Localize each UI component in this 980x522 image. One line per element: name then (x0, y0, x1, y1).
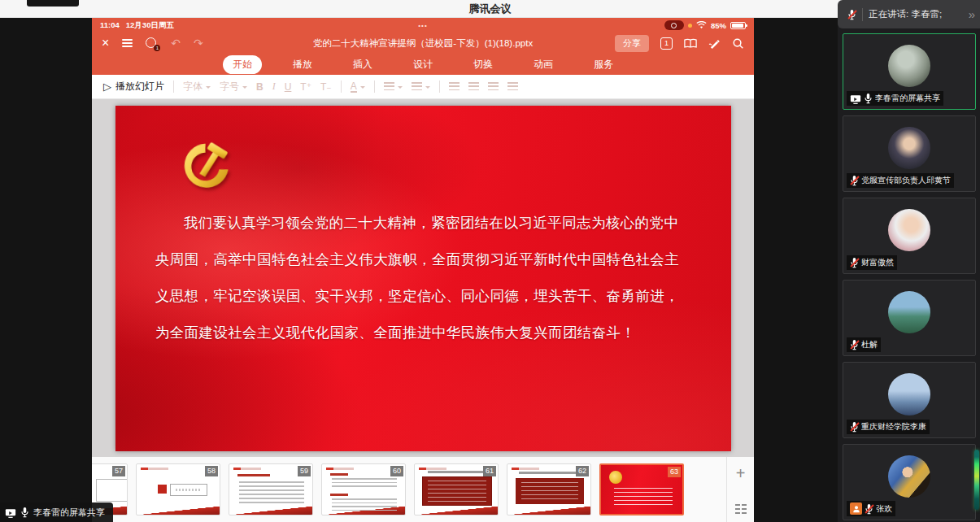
slide-thumbnail[interactable]: 58 (136, 463, 220, 515)
sync-icon[interactable]: 1 (146, 37, 158, 50)
pen-icon[interactable] (708, 37, 721, 50)
mic-icon (864, 93, 873, 104)
mic-icon (850, 421, 859, 433)
slide-body-text: 我们要认真学习领会党的二十大精神，紧密团结在以习近平同志为核心的党中央周围，高举… (155, 205, 691, 352)
slide-thumbnail[interactable]: 59 (229, 463, 313, 515)
document-filename: 党的二十大精神宣讲提纲（进校园-下发）(1)(18).pptx (256, 37, 590, 50)
share-button[interactable]: 分享 (615, 35, 649, 52)
avatar (888, 373, 930, 415)
avatar (888, 127, 930, 169)
play-slideshow-button[interactable]: ▷ 播放幻灯片 (103, 80, 164, 94)
add-slide-button[interactable]: + (736, 465, 746, 481)
participant-label: 财富傲然 (847, 255, 897, 270)
slide-thumbnail[interactable]: 60 (321, 463, 406, 515)
participant-tile[interactable]: 杜解 (843, 280, 976, 356)
slide-number-badge: 62 (576, 466, 589, 476)
screen-share-banner-label: 李春雷的屏幕共享 (33, 507, 105, 519)
italic-button[interactable]: I (272, 80, 276, 93)
background-window-edge (27, 0, 79, 7)
mic-icon (865, 503, 873, 515)
ribbon-tab[interactable]: 开始 (223, 55, 262, 74)
redo-icon[interactable]: ↷ (194, 37, 203, 50)
ribbon-tabs: 开始播放插入设计切换动画服务 (92, 54, 754, 75)
current-slide[interactable]: 我们要认真学习领会党的二十大精神，紧密团结在以习近平同志为核心的党中央周围，高举… (115, 106, 731, 451)
align-right-icon[interactable] (488, 82, 499, 91)
slide-number-badge: 61 (483, 466, 496, 476)
filmstrip-side-panel: + (726, 457, 754, 522)
mic-muted-icon (847, 9, 856, 20)
participant-label: 李春雷的屏幕共享 (847, 91, 943, 106)
mic-icon (850, 175, 859, 186)
screen-recording-icon (664, 20, 684, 30)
document-title-bar: × 1 ↶ ↷ 党的二十大精神宣讲提纲（进校园-下发）(1)(18).pptx … (92, 33, 754, 54)
participant-name: 财富傲然 (861, 257, 894, 268)
ribbon-tab[interactable]: 插入 (343, 55, 382, 74)
align-justify-icon[interactable] (507, 82, 518, 91)
bold-button[interactable]: B (256, 81, 264, 93)
divider (862, 8, 863, 21)
speaking-label: 正在讲话: 李春雷; (869, 8, 963, 20)
date: 12月30日周五 (126, 20, 174, 31)
menu-icon[interactable] (122, 39, 133, 47)
screen-share-banner: 李春雷的屏幕共享 (0, 502, 113, 522)
party-emblem-icon (171, 137, 237, 202)
participant-name: 杜解 (861, 339, 878, 350)
participant-label: 杜解 (847, 337, 881, 352)
mic-icon (850, 339, 859, 350)
thumbnail-list: 57 58 59 60 61 62 63 (92, 457, 726, 522)
ribbon-tab[interactable]: 播放 (283, 55, 322, 74)
slide-thumbnail[interactable]: 63 (599, 463, 684, 515)
battery-icon (730, 22, 746, 29)
undo-icon[interactable]: ↶ (171, 37, 181, 50)
participant-name: 重庆财经学院李康 (861, 421, 926, 433)
participant-name: 李春雷的屏幕共享 (875, 93, 940, 104)
format-toolbar: ▷ 播放幻灯片 字体 字号 B I U T⁺ T₋ A (92, 75, 754, 99)
numbered-list-button[interactable] (412, 82, 430, 91)
search-icon[interactable] (732, 37, 744, 50)
underline-button[interactable]: U (285, 81, 292, 93)
slide-thumbnail[interactable]: 61 (414, 463, 499, 515)
play-icon: ▷ (103, 80, 111, 93)
close-icon[interactable]: × (102, 37, 109, 50)
avatar (888, 455, 930, 498)
participants-sidebar: 李春雷的屏幕共享 党服宣传部负责人邱黄节 (838, 0, 980, 522)
participant-tile[interactable]: 重庆财经学院李康 (843, 362, 976, 438)
subscript-button[interactable]: T₋ (320, 81, 332, 93)
align-center-icon[interactable] (468, 82, 479, 91)
participant-tile[interactable]: 党服宣传部负责人邱黄节 (843, 115, 976, 192)
mic-icon (20, 507, 29, 518)
participant-tile-list: 李春雷的屏幕共享 党服宣传部负责人邱黄节 (843, 33, 976, 520)
slide-number-badge: 58 (205, 466, 218, 476)
ribbon-tab[interactable]: 切换 (464, 55, 503, 74)
ipad-status-bar: 11:04 12月30日周五 ••• 85% (92, 18, 754, 33)
participant-tile[interactable]: 张欢 (843, 444, 976, 520)
slide-number-badge: 59 (298, 466, 311, 476)
font-color-button[interactable]: A (351, 81, 365, 93)
participant-tile[interactable]: 财富傲然 (843, 198, 976, 274)
ribbon-tab[interactable]: 服务 (584, 55, 623, 74)
speaking-indicator-bar[interactable]: 正在讲话: 李春雷; » (838, 0, 980, 28)
participant-label: 张欢 (847, 501, 895, 516)
menu-bar: 腾讯会议 (0, 0, 980, 18)
read-mode-icon[interactable] (684, 38, 697, 49)
participant-name: 党服宣传部负责人邱黄节 (861, 175, 951, 186)
participant-label: 重庆财经学院李康 (847, 420, 930, 434)
font-size-dropdown[interactable]: 字号 (220, 80, 247, 94)
ribbon-tab[interactable]: 动画 (524, 55, 563, 74)
slide-number-icon[interactable]: 1 (660, 37, 673, 50)
collapse-arrows-icon[interactable]: » (969, 7, 973, 21)
host-badge-icon (850, 502, 862, 515)
superscript-button[interactable]: T⁺ (300, 81, 311, 93)
bullet-list-button[interactable] (384, 82, 403, 91)
ribbon-tab[interactable]: 设计 (403, 55, 442, 74)
volume-level-meter (974, 450, 979, 510)
screen-share-icon (850, 94, 861, 104)
avatar (888, 291, 930, 333)
avatar (888, 209, 930, 251)
slide-thumbnail[interactable]: 62 (507, 463, 591, 515)
align-left-icon[interactable] (449, 82, 460, 91)
font-family-dropdown[interactable]: 字体 (183, 80, 211, 94)
slide-sorter-icon[interactable] (735, 504, 747, 514)
participant-tile[interactable]: 李春雷的屏幕共享 (843, 33, 976, 110)
screen-share-icon (5, 507, 16, 518)
